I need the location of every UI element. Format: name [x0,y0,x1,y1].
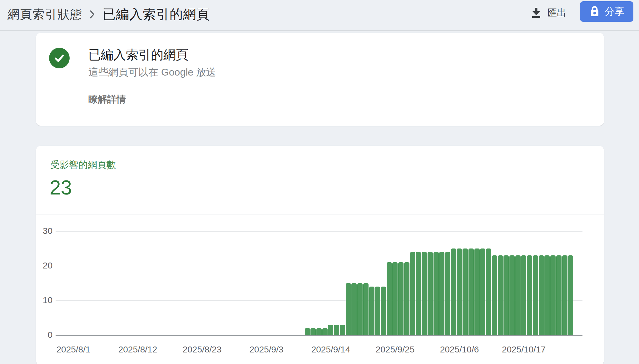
x-axis-tick-label: 2025/8/12 [103,344,172,355]
bar[interactable] [416,252,421,335]
download-icon [531,7,542,19]
lock-icon [589,5,600,18]
breadcrumb-root[interactable]: 網頁索引狀態 [7,7,82,22]
bar[interactable] [550,255,556,335]
bar[interactable] [515,255,521,335]
bar[interactable] [305,328,310,335]
y-axis-tick-label: 20 [36,261,52,271]
gridline [56,231,582,232]
bar[interactable] [468,248,474,335]
bar[interactable] [451,248,456,335]
bar[interactable] [539,255,544,335]
x-axis-tick-label: 2025/9/14 [296,344,365,355]
bar[interactable] [503,255,509,335]
y-axis-tick-label: 0 [36,330,52,340]
bar[interactable] [498,255,503,335]
bar[interactable] [422,252,427,335]
bar[interactable] [328,325,333,335]
bar[interactable] [340,325,345,335]
bar[interactable] [463,248,468,335]
breadcrumb: 網頁索引狀態 已編入索引的網頁 [7,0,210,29]
x-axis-tick-label: 2025/8/23 [168,344,236,355]
bar[interactable] [474,248,480,335]
x-axis-tick-label: 2025/9/25 [361,344,429,355]
bar[interactable] [363,283,369,335]
indexed-pages-bar-chart: 01020302025/8/12025/8/122025/8/232025/9/… [36,146,604,364]
bar[interactable] [369,287,374,335]
bar[interactable] [346,283,351,335]
y-axis-tick-label: 10 [36,295,52,305]
bar[interactable] [392,262,398,335]
bar[interactable] [556,255,562,335]
breadcrumb-current: 已編入索引的網頁 [102,6,210,23]
export-label: 匯出 [547,7,566,19]
bar[interactable] [357,283,363,335]
bar[interactable] [334,325,339,335]
status-subtitle: 這些網頁可以在 Google 放送 [88,65,216,79]
x-axis-tick-label: 2025/10/6 [425,344,494,355]
bar[interactable] [492,255,497,335]
bar[interactable] [533,255,538,335]
bar[interactable] [310,328,316,335]
bar[interactable] [410,252,415,335]
bar[interactable] [428,252,433,335]
bar[interactable] [351,283,357,335]
export-button[interactable]: 匯出 [531,2,566,23]
chevron-right-icon [89,10,95,19]
status-card: 已編入索引的網頁 這些網頁可以在 Google 放送 瞭解詳情 [36,33,604,126]
bar[interactable] [387,262,392,335]
bar[interactable] [322,328,328,335]
bar[interactable] [316,328,322,335]
bar[interactable] [375,287,380,335]
bar[interactable] [568,255,573,335]
learn-more-link[interactable]: 瞭解詳情 [88,93,126,106]
bar[interactable] [562,255,567,335]
success-check-icon [49,48,70,68]
page-header: 網頁索引狀態 已編入索引的網頁 匯出 分享 [0,0,639,31]
x-axis-tick-label: 2025/9/3 [232,344,301,355]
share-label: 分享 [605,5,624,18]
bar[interactable] [445,252,450,335]
bar[interactable] [544,255,550,335]
share-button[interactable]: 分享 [580,1,633,22]
bar[interactable] [398,262,404,335]
bar[interactable] [480,248,485,335]
bar[interactable] [527,255,532,335]
bar[interactable] [509,255,515,335]
bar[interactable] [439,252,444,335]
bar[interactable] [433,252,439,335]
status-title: 已編入索引的網頁 [88,46,188,63]
bar[interactable] [486,248,491,335]
y-axis-tick-label: 30 [36,226,52,236]
bar[interactable] [521,255,526,335]
chart-card: 受影響的網頁數 23 01020302025/8/12025/8/122025/… [36,146,604,364]
bar[interactable] [457,248,462,335]
bar[interactable] [381,287,386,335]
x-axis-tick-label: 2025/8/1 [39,344,108,355]
bar[interactable] [404,262,409,335]
x-axis-tick-label: 2025/10/17 [489,344,558,355]
